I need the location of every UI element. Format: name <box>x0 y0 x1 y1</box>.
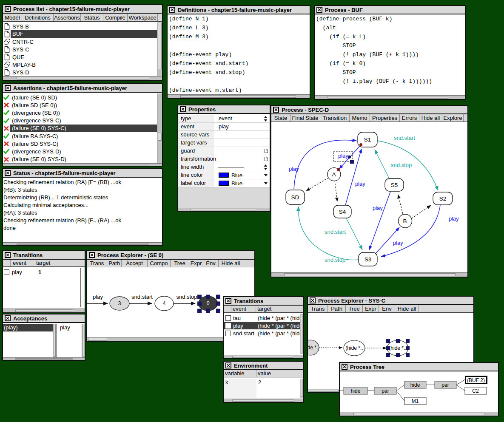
svg-text:hide: hide <box>410 382 420 388</box>
svg-text:play: play <box>373 205 383 211</box>
svg-text:snd.stop: snd.stop <box>325 257 345 263</box>
svg-text:snd.start: snd.start <box>394 135 415 141</box>
svg-text:S1: S1 <box>364 136 371 143</box>
svg-text:A: A <box>332 171 336 178</box>
svg-text:S3: S3 <box>364 256 372 263</box>
svg-text:S2: S2 <box>439 195 447 202</box>
svg-text:0: 0 <box>207 300 210 306</box>
svg-text:snd.stop: snd.stop <box>176 294 197 300</box>
svg-text:(hide *..: (hide *.. <box>345 345 363 351</box>
svg-text:M1: M1 <box>412 398 419 404</box>
svg-text:play: play <box>289 166 299 172</box>
svg-text:snd.start: snd.start <box>131 294 153 300</box>
svg-text:snd.start: snd.start <box>325 229 346 235</box>
svg-text:hide: hide <box>351 388 361 394</box>
svg-text:SD: SD <box>291 194 299 201</box>
svg-text:(hide *..: (hide *.. <box>308 345 319 351</box>
svg-text:B: B <box>403 218 407 224</box>
svg-text:S4: S4 <box>339 209 346 215</box>
svg-text:play: play <box>393 240 403 246</box>
svg-text:4: 4 <box>163 300 166 306</box>
svg-text:snd.stop: snd.stop <box>391 162 412 168</box>
svg-text:C2: C2 <box>472 388 479 394</box>
svg-text:play: play <box>449 215 459 222</box>
svg-text:(hide *..: (hide *.. <box>389 345 406 351</box>
svg-text:play: play <box>338 153 348 159</box>
svg-text:3: 3 <box>118 300 121 306</box>
svg-text:(BUF 2): (BUF 2) <box>467 377 485 383</box>
svg-text:S5: S5 <box>391 182 398 188</box>
svg-text:play: play <box>93 294 103 300</box>
svg-text:par: par <box>382 388 389 394</box>
svg-text:play: play <box>355 181 365 187</box>
svg-text:par: par <box>441 382 449 388</box>
